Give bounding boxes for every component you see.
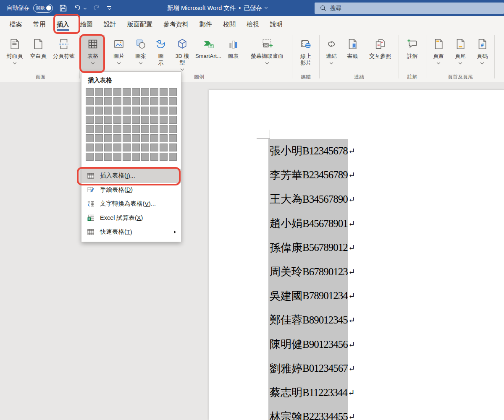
table-grid-cell[interactable] (86, 143, 94, 151)
page-break-button[interactable]: 分頁符號 (50, 35, 78, 72)
table-grid-cell[interactable] (141, 153, 149, 161)
table-grid-cell[interactable] (141, 107, 149, 115)
search-box[interactable] (315, 3, 504, 14)
document-line[interactable]: 周美玲B67890123↵ (268, 260, 348, 284)
selected-text-block[interactable]: 張小明B12345678↵李芳華B23456789↵王大為B34567890↵趙… (268, 139, 348, 420)
table-grid-cell[interactable] (160, 88, 168, 96)
document-line[interactable]: 趙小娟B45678901↵ (268, 211, 348, 236)
table-grid-cell[interactable] (95, 125, 103, 133)
table-grid-cell[interactable] (113, 125, 121, 133)
table-grid-cell[interactable] (150, 143, 158, 151)
table-grid-cell[interactable] (123, 97, 131, 105)
table-grid-cell[interactable] (160, 143, 168, 151)
table-grid-cell[interactable] (150, 107, 158, 115)
table-grid-cell[interactable] (160, 107, 168, 115)
table-grid-cell[interactable] (123, 143, 131, 151)
menu-item-draw-table[interactable]: 手繪表格(D) (81, 183, 181, 197)
table-grid-cell[interactable] (141, 143, 149, 151)
document-line[interactable]: 鄭佳蓉B89012345↵ (268, 308, 348, 332)
table-grid-cell[interactable] (160, 97, 168, 105)
page-number-button[interactable]: # 頁碼 (471, 35, 493, 72)
pictures-button[interactable]: 圖片 (108, 35, 130, 72)
save-button[interactable] (59, 4, 68, 13)
table-grid-cell[interactable] (150, 125, 158, 133)
table-grid-cell[interactable] (95, 88, 103, 96)
table-grid-cell[interactable] (150, 88, 158, 96)
menu-item-insert-table[interactable]: 插入表格(I)... (81, 169, 181, 183)
cover-page-button[interactable]: 封面頁 (3, 35, 27, 72)
table-grid-cell[interactable] (104, 125, 112, 133)
redo-button[interactable] (92, 4, 100, 12)
table-grid-cell[interactable] (104, 134, 112, 142)
table-grid-cell[interactable] (86, 116, 94, 124)
tab-layout[interactable]: 版面配置 (122, 16, 158, 33)
table-grid-cell[interactable] (113, 97, 121, 105)
document-line[interactable]: 林宗翰B22334455↵ (268, 405, 348, 420)
table-grid-cell[interactable] (113, 107, 121, 115)
table-grid-cell[interactable] (95, 153, 103, 161)
table-grid-cell[interactable] (86, 88, 94, 96)
table-grid-cell[interactable] (95, 116, 103, 124)
table-grid-cell[interactable] (104, 107, 112, 115)
table-grid-cell[interactable] (104, 153, 112, 161)
table-grid-cell[interactable] (95, 143, 103, 151)
table-grid-cell[interactable] (132, 88, 140, 96)
document-line[interactable]: 蔡志明B11223344↵ (268, 381, 348, 405)
table-grid-cell[interactable] (132, 97, 140, 105)
tab-help[interactable]: 說明 (265, 16, 288, 33)
icons-button[interactable]: 圖 示 (151, 35, 171, 72)
table-grid-cell[interactable] (132, 125, 140, 133)
chart-button[interactable]: 圖表 (223, 35, 244, 72)
shapes-button[interactable]: 圖案 (130, 35, 151, 72)
table-grid-cell[interactable] (141, 88, 149, 96)
document-page[interactable]: 張小明B12345678↵李芳華B23456789↵王大為B34567890↵趙… (209, 89, 504, 420)
table-grid-cell[interactable] (123, 125, 131, 133)
document-line[interactable]: 王大為B34567890↵ (268, 187, 348, 211)
document-line[interactable]: 陳明健B90123456↵ (268, 332, 348, 357)
tab-mailings[interactable]: 郵件 (194, 16, 218, 33)
bookmark-button[interactable]: 書籤 (342, 35, 363, 72)
table-grid-cell[interactable] (123, 107, 131, 115)
table-grid-cell[interactable] (141, 125, 149, 133)
table-grid-cell[interactable] (169, 134, 177, 142)
table-grid-cell[interactable] (132, 143, 140, 151)
undo-button[interactable] (74, 4, 86, 12)
customize-qat-button[interactable] (107, 6, 111, 10)
table-grid-cell[interactable] (141, 97, 149, 105)
table-grid-cell[interactable] (160, 134, 168, 142)
search-input[interactable] (330, 5, 481, 11)
online-video-button[interactable]: 線上 影片 (294, 35, 318, 72)
table-grid-cell[interactable] (86, 134, 94, 142)
table-grid-cell[interactable] (160, 125, 168, 133)
table-grid-cell[interactable] (113, 88, 121, 96)
table-grid-cell[interactable] (132, 107, 140, 115)
title-chevron-icon[interactable] (265, 6, 268, 9)
document-line[interactable]: 孫偉康B56789012↵ (268, 235, 348, 260)
table-grid-cell[interactable] (86, 153, 94, 161)
table-grid-cell[interactable] (95, 134, 103, 142)
table-grid-cell[interactable] (104, 143, 112, 151)
table-grid-cell[interactable] (86, 107, 94, 115)
autosave-toggle[interactable]: 開啟 (33, 4, 53, 13)
document-line[interactable]: 張小明B12345678↵ (268, 139, 348, 163)
table-grid-cell[interactable] (169, 97, 177, 105)
table-grid-cell[interactable] (169, 125, 177, 133)
tab-references[interactable]: 參考資料 (158, 16, 194, 33)
table-grid-cell[interactable] (141, 134, 149, 142)
table-grid-cell[interactable] (95, 107, 103, 115)
table-grid-cell[interactable] (104, 97, 112, 105)
table-grid-cell[interactable] (95, 97, 103, 105)
table-grid-cell[interactable] (160, 153, 168, 161)
table-grid-cell[interactable] (86, 97, 94, 105)
table-grid-cell[interactable] (123, 116, 131, 124)
header-button[interactable]: 頁首 (428, 35, 449, 72)
tab-review[interactable]: 校閱 (218, 16, 241, 33)
table-grid-cell[interactable] (123, 153, 131, 161)
comment-button[interactable]: 註解 (400, 35, 425, 72)
table-grid-cell[interactable] (113, 116, 121, 124)
tab-view[interactable]: 檢視 (241, 16, 265, 33)
table-grid-cell[interactable] (169, 107, 177, 115)
table-grid-cell[interactable] (141, 116, 149, 124)
table-grid-cell[interactable] (150, 153, 158, 161)
link-button[interactable]: 連結 (321, 35, 342, 72)
